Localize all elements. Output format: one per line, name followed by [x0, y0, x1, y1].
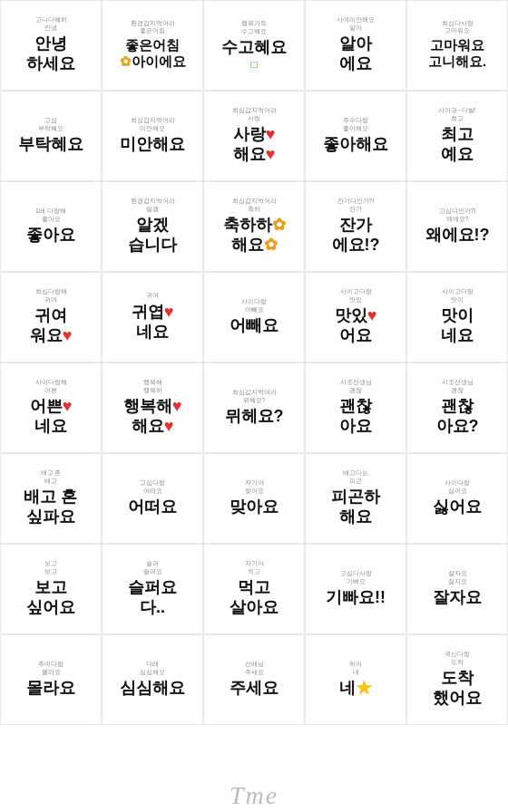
main-text-39: 도착했어요: [433, 668, 482, 709]
sticker-cell-30: 보고 보고보고싶어요: [0, 544, 102, 634]
sticker-cell-13: 잔가다인가?! 잔가잔가에요!?: [305, 181, 406, 272]
sticker-cell-18: 사이고다랑 맛있맛있♥어요: [305, 272, 406, 362]
sticker-cell-20: 사이다랑해 어쁜어쁜♥네요: [0, 362, 102, 453]
small-label-31: 슬퍼 슬퍼요: [143, 560, 162, 575]
main-text-14: 왜에요!?: [425, 225, 490, 246]
main-text-13: 잔가에요!?: [332, 215, 380, 256]
sticker-cell-29: 사이다랑 싫어요싫어요: [406, 453, 508, 544]
sticker-cell-21: 행복해 행복하행복해♥해요♥: [102, 362, 203, 453]
main-text-18: 맛있♥어요: [335, 305, 377, 346]
sticker-cell-22: 최심갑지먹어라 뮈헤요?뮈헤요?: [203, 362, 305, 453]
sticker-cell-16: 귀여귀엽♥네요: [102, 272, 203, 362]
small-label-6: 최심갑지먹어라 미안해요: [131, 117, 175, 132]
main-text-35: 몰라요: [26, 678, 75, 699]
main-text-26: 어떠요: [128, 497, 177, 517]
small-label-19: 사이고다랑 맛이: [442, 288, 474, 304]
main-text-24: 괜찮아요?: [436, 396, 479, 437]
small-label-18: 사이고다랑 맛있: [340, 288, 372, 304]
small-label-24: 시조선생님 괜찮: [442, 379, 474, 394]
sticker-cell-17: 사이다랑 어빼요어빼요: [203, 272, 305, 362]
main-text-32: 먹고살아요: [230, 577, 278, 618]
sticker-cell-25: 배고 혼 배고배고 혼싶파요: [0, 453, 102, 544]
main-text-5: 부탁혜요: [18, 134, 83, 155]
main-text-3: 알아에요: [339, 34, 372, 74]
small-label-35: 추미다랑 몰라요: [38, 661, 64, 676]
watermark-text: Tme: [230, 781, 278, 810]
main-text-36: 심심해요: [120, 678, 185, 699]
small-label-30: 보고 보고: [44, 560, 57, 575]
sticker-cell-38: 하이 네네★: [305, 634, 406, 725]
main-text-2: 수고혜요: [221, 37, 287, 58]
main-text-4: 고마워요고니해요.: [428, 37, 486, 72]
sticker-cell-33: 고심다사랑 기빠요기빠요!!: [305, 544, 406, 634]
sticker-cell-3: 사여미안해요 알아알아에요: [305, 0, 406, 91]
main-text-25: 배고 혼싶파요: [24, 487, 77, 527]
sticker-cell-23: 시조선생님 괜찮괜찮아요: [305, 362, 406, 453]
small-label-15: 최심다랑해 귀여: [35, 288, 67, 304]
sticker-cell-27: 자기야 맞아요맞아요: [203, 453, 305, 544]
small-label-7: 최심갑지먹어라 사랑: [232, 107, 277, 122]
small-label-23: 시조선생님 괜찮: [340, 379, 372, 394]
suffix-2: □: [250, 58, 257, 71]
sticker-cell-8: 주수다랑 좋아해요좋아해요: [305, 91, 406, 181]
small-label-16: 귀여: [146, 292, 159, 299]
sticker-cell-5: 고심 부탁혜요부탁혜요: [0, 91, 102, 181]
sticker-cell-37: 선배님 주세요주세요: [203, 634, 305, 725]
main-text-33: 기빠요!!: [326, 587, 386, 608]
sticker-cell-6: 최심갑지먹어라 미안해요미안해요: [102, 91, 203, 181]
main-text-17: 어빼요: [230, 315, 278, 336]
main-text-1: 좋은어침✿아이에요: [120, 37, 186, 72]
small-label-22: 최심갑지먹어라 뮈헤요?: [232, 389, 277, 404]
small-label-38: 하이 네: [349, 661, 362, 676]
small-label-9: 사이코~다발! 최고: [438, 107, 475, 122]
main-text-0: 안녕하세요: [26, 34, 75, 74]
main-text-34: 잘자요: [433, 587, 482, 608]
small-label-27: 자기야 맞아요: [245, 479, 264, 495]
sticker-cell-36: 다래 심심해요심심해요: [102, 634, 203, 725]
sticker-cell-26: 고심다랑 어떠요어떠요: [102, 453, 203, 544]
sticker-grid: 고니다혜하 안녕안녕하세요환경갑지먹어라 좋은어침좋은어침✿아이에요행복가득 수…: [0, 0, 508, 725]
small-label-26: 고심다랑 어떠요: [140, 479, 165, 495]
small-label-21: 행복해 행복하: [143, 379, 162, 394]
small-label-2: 행복가득 수고혜요: [241, 20, 267, 35]
small-label-37: 선배님 주세요: [245, 661, 264, 676]
small-label-8: 주수다랑 좋아해요: [343, 117, 368, 132]
small-label-4: 최심다사랑 고마워요: [442, 20, 474, 35]
sticker-cell-10: 1배 다랑해 좋아요좋아요: [0, 181, 102, 272]
sticker-cell-1: 환경갑지먹어라 좋은어침좋은어침✿아이에요: [102, 0, 203, 91]
sticker-cell-32: 자기야 먹고먹고살아요: [203, 544, 305, 634]
sticker-cell-31: 슬퍼 슬퍼요슬퍼요다..: [102, 544, 203, 634]
small-label-29: 사이다랑 싫어요: [444, 479, 470, 495]
main-text-21: 행복해♥해요♥: [123, 396, 182, 437]
main-text-12: 축하하✿해요✿: [223, 215, 286, 256]
main-text-37: 주세요: [230, 678, 278, 699]
watermark-area: Tme: [0, 725, 508, 812]
small-label-25: 배고 혼 배고: [41, 469, 62, 485]
main-text-16: 귀엽♥네요: [132, 302, 174, 343]
small-label-34: 잘자요 잘자요: [448, 570, 467, 585]
main-text-6: 미안해요: [120, 134, 185, 155]
small-label-20: 사이다랑해 어쁜: [35, 379, 67, 394]
sticker-cell-0: 고니다혜하 안녕안녕하세요: [0, 0, 102, 91]
main-text-38: 네★: [339, 678, 372, 699]
sticker-cell-9: 사이코~다발! 최고최고예요: [406, 91, 508, 181]
small-label-39: 국산다랑 도착: [444, 651, 470, 666]
sticker-cell-19: 사이고다랑 맛이맛이네요: [406, 272, 508, 362]
small-label-11: 환경갑지먹어라 알겠: [131, 198, 175, 213]
small-label-5: 고심 부탁혜요: [38, 117, 64, 132]
main-text-7: 사랑♥해요♥: [233, 124, 276, 165]
sticker-cell-24: 시조선생님 괜찮괜찮아요?: [406, 362, 508, 453]
small-label-33: 고심다사랑 기빠요: [340, 570, 372, 585]
small-label-12: 최심갑지먹어라 축하: [232, 198, 277, 213]
small-label-36: 다래 심심해요: [140, 661, 165, 676]
sticker-cell-4: 최심다사랑 고마워요고마워요고니해요.: [406, 0, 508, 91]
main-text-19: 맛이네요: [441, 305, 474, 346]
sticker-cell-2: 행복가득 수고혜요수고혜요□: [203, 0, 305, 91]
main-text-15: 귀여워요♥: [30, 305, 73, 346]
small-label-14: 고심다인가?! 왜에요?: [439, 208, 476, 223]
sticker-cell-39: 국산다랑 도착도착했어요: [406, 634, 508, 725]
small-label-3: 사여미안해요 알아: [337, 16, 375, 32]
sticker-cell-15: 최심다랑해 귀여귀여워요♥: [0, 272, 102, 362]
main-text-9: 최고예요: [441, 124, 474, 165]
sticker-cell-14: 고심다인가?! 왜에요?왜에요!?: [406, 181, 508, 272]
